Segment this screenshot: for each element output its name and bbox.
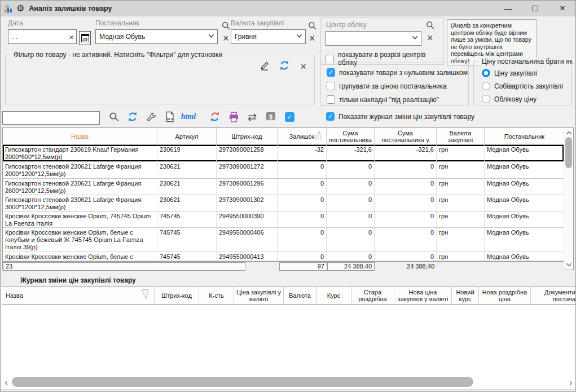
select-check-icon[interactable] — [283, 111, 296, 123]
column-header-6[interactable]: Валюта закупівлі — [437, 128, 485, 144]
reload-icon[interactable] — [209, 111, 221, 123]
checkbox-label: тільки накладні "під реалізацію" — [339, 96, 439, 104]
table-row-3[interactable]: Гипсокартон стеновой 230621 Lafarge Фран… — [3, 195, 564, 212]
column-header-2[interactable]: Штрих-код — [217, 128, 278, 144]
search-icon[interactable] — [108, 111, 120, 123]
journal-column-header-3[interactable]: Ціна закупівлі у валюті — [234, 287, 284, 304]
currency-filter-group: Валюта закупівлі Гривня — [231, 19, 306, 44]
price-mode-option-1[interactable]: Собівартість закупівлі — [482, 82, 563, 90]
summary-sum: 24 388,40 — [327, 262, 375, 271]
journal-column-header-4[interactable]: Валюта — [284, 287, 316, 304]
vertical-scrollbar[interactable] — [564, 128, 573, 270]
cell-qty: 0 — [278, 212, 327, 227]
checkbox-label: показувати товари з нульовим залишком — [339, 69, 468, 77]
supplier-combobox[interactable]: Модная Обувь — [95, 29, 218, 44]
transfer-arrows-icon[interactable]: ⇄ — [246, 111, 258, 123]
radio-label: Ціну закупівлі — [494, 69, 537, 77]
journal-column-header-8[interactable]: Новий курс — [452, 287, 479, 304]
option-checkbox-1[interactable]: групувати за ціною постачальника — [327, 82, 447, 90]
table-row-5[interactable]: Кросівки Кроссовки женские Opium, белые … — [3, 228, 564, 252]
close-button[interactable]: × — [557, 3, 568, 14]
column-header-7[interactable]: Постачальник — [485, 128, 565, 144]
cell-barcode: 2973090001258 — [217, 145, 278, 161]
cell-supplier: Модная Обувь — [485, 162, 564, 178]
clear-filter-icon[interactable]: × — [298, 61, 309, 72]
table-row-1[interactable]: Гипсокартон стеновой 230621 Lafarge Фран… — [3, 162, 564, 179]
scrollbar-thumb[interactable] — [565, 137, 572, 168]
cell-qty: 0 — [278, 162, 327, 178]
journal-column-header-6[interactable]: Стара роздрібна — [351, 287, 394, 304]
column-header-0[interactable]: Назва — [3, 128, 157, 144]
currency-search-icon[interactable] — [307, 21, 317, 33]
export-xls-icon[interactable]: XLS — [164, 111, 176, 123]
date-label: Дата — [8, 19, 23, 27]
journal-column-header-0[interactable]: Назва — [2, 287, 155, 304]
scroll-left-icon[interactable]: ‹ — [2, 375, 11, 389]
chevron-down-icon[interactable] — [208, 32, 217, 41]
cell-currency: грн — [437, 162, 485, 178]
maximize-button[interactable] — [530, 3, 540, 14]
table-row-4[interactable]: Кросівки Кроссовки женские Opium, 745745… — [3, 212, 564, 228]
window-bottom-edge — [1, 389, 576, 391]
cell-sum: 0 — [327, 162, 375, 178]
chevron-down-icon[interactable] — [411, 34, 421, 43]
column-header-3[interactable]: Залишок — [278, 128, 327, 144]
scroll-up-icon[interactable] — [564, 129, 573, 137]
column-header-1[interactable]: Артикул — [157, 128, 217, 144]
price-mode-option-2[interactable]: Облікову ціну — [482, 95, 537, 103]
option-checkbox-0[interactable]: показувати товари з нульовим залишком — [327, 68, 468, 77]
refresh-icon[interactable] — [126, 111, 139, 123]
journal-column-header-9[interactable]: Нова роздрібна ціна — [479, 287, 531, 304]
settings-wrench-icon[interactable] — [145, 111, 157, 123]
price-mode-option-0[interactable]: Ціну закупівлі — [482, 69, 537, 77]
cell-sum_cur: 0 — [375, 195, 437, 211]
journal-toggle-checkbox[interactable]: Показати журнал зміни цін закупівлі това… — [326, 112, 474, 121]
currency-combobox[interactable]: Гривня — [231, 29, 306, 44]
price-receipt-icon[interactable]: $ — [265, 111, 277, 123]
cell-supplier: Модная Обувь — [485, 145, 564, 161]
center-clear-icon[interactable]: × — [425, 33, 435, 45]
horizontal-scrollbar[interactable]: ‹ › — [1, 375, 576, 389]
date-input[interactable]: . . × — [8, 29, 77, 44]
column-header-4[interactable]: Сума постачальника — [327, 128, 375, 144]
column-header-label: Новий курс — [453, 289, 477, 302]
cell-qty: -32 — [278, 145, 327, 161]
price-mode-legend: Ціну постачальника брати як — [480, 58, 575, 65]
center-search-icon[interactable] — [425, 20, 435, 33]
title-bar: ⚙ Аналіз залишків товару — × — [1, 1, 575, 16]
date-value: . . — [12, 33, 17, 41]
table-row-0[interactable]: Гипсокартон стандарт 230619 Knauf Герман… — [3, 145, 564, 162]
supplier-clear-icon[interactable]: × — [221, 33, 231, 46]
column-header-label: Стара роздрібна — [353, 289, 393, 302]
cell-supplier: Модная Обувь — [485, 195, 564, 211]
svg-text:XLS: XLS — [167, 117, 173, 121]
journal-column-header-7[interactable]: Нова ціна закупівлі у валюті — [394, 287, 452, 304]
gear-icon[interactable]: ⚙ — [16, 3, 24, 14]
scrollbar-thumb[interactable] — [12, 377, 473, 387]
chevron-down-icon[interactable] — [296, 32, 305, 41]
minimize-button[interactable]: — — [503, 3, 513, 14]
journal-column-header-1[interactable]: Штрих-код — [155, 287, 199, 304]
journal-column-header-2[interactable]: К-сть — [199, 287, 234, 304]
column-header-5[interactable]: Сума постачальника у — [375, 128, 437, 144]
journal-column-header-5[interactable]: Курс — [316, 287, 351, 304]
calendar-button[interactable]: 23 — [79, 31, 91, 45]
journal-column-header-10[interactable]: Документи постача — [531, 287, 576, 304]
summary-row: 23 97 24 388,40 24 388,40 — [3, 261, 564, 271]
print-icon[interactable] — [227, 111, 240, 123]
table-row-2[interactable]: Гипсокартон стеновой 230621 Lafarge Фран… — [3, 179, 564, 195]
center-combobox[interactable] — [326, 31, 421, 46]
table-row-6[interactable]: Кросівки Кроссовки женские Opium, белые … — [3, 252, 564, 261]
export-html-icon[interactable]: html — [182, 111, 195, 123]
cell-currency: грн — [437, 212, 485, 227]
search-input[interactable] — [2, 111, 100, 125]
scroll-down-icon[interactable] — [564, 261, 573, 268]
date-clear-icon[interactable]: × — [67, 33, 76, 41]
supplier-search-icon[interactable] — [221, 21, 231, 33]
supplier-filter-group: Постачальник Модная Обувь — [95, 19, 218, 44]
option-checkbox-2[interactable]: тільки накладні "під реалізацію" — [327, 95, 439, 104]
edit-filter-icon[interactable] — [260, 60, 271, 73]
refresh-filter-icon[interactable] — [279, 60, 290, 73]
scroll-right-icon[interactable]: › — [566, 375, 575, 389]
currency-clear-icon[interactable]: × — [307, 33, 317, 46]
